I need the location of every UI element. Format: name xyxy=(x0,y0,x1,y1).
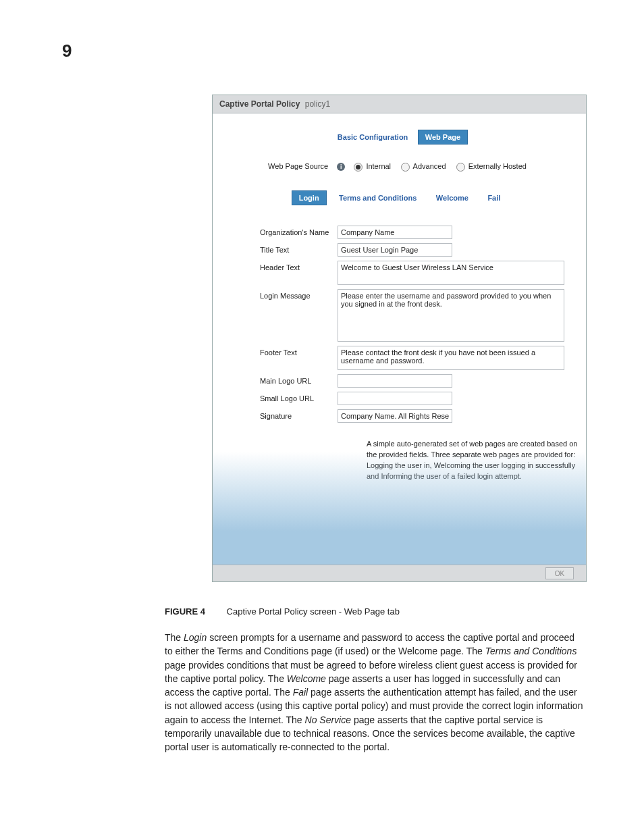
page-number: 9 xyxy=(62,41,72,61)
bottom-bar: OK xyxy=(213,565,586,581)
label-login-message: Login Message xyxy=(260,289,338,300)
label-footer-text: Footer Text xyxy=(260,346,338,357)
source-label: Web Page Source xyxy=(268,162,328,170)
info-icon[interactable]: i xyxy=(337,163,345,171)
para-noservice: No Service xyxy=(305,714,351,725)
tab-web-page[interactable]: Web Page xyxy=(418,130,468,145)
title-bar-label: Captive Portal Policy xyxy=(219,99,300,109)
source-radio-row: Web Page Source i Internal Advanced Exte… xyxy=(213,162,586,172)
para-fail: Fail xyxy=(293,687,308,698)
top-tab-row: Basic Configuration Web Page xyxy=(213,130,586,145)
input-title-text[interactable] xyxy=(338,243,452,257)
para-t1: The xyxy=(165,632,184,643)
para-login: Login xyxy=(184,632,207,643)
form-area: Organization's Name Title Text Header Te… xyxy=(213,226,586,482)
label-signature: Signature xyxy=(260,409,338,420)
subtab-welcome[interactable]: Welcome xyxy=(429,191,475,205)
sub-tab-row: Login Terms and Conditions Welcome Fail xyxy=(213,190,586,205)
figure-label: FIGURE 4 xyxy=(165,606,205,617)
input-org-name[interactable] xyxy=(338,226,452,239)
para-welcome: Welcome xyxy=(287,673,326,684)
label-org-name: Organization's Name xyxy=(260,226,338,236)
radio-internal-label: Internal xyxy=(366,162,391,170)
input-signature[interactable] xyxy=(338,409,452,423)
radio-advanced[interactable]: Advanced xyxy=(401,162,446,172)
radio-dot-icon xyxy=(354,163,363,172)
radio-internal[interactable]: Internal xyxy=(354,162,391,172)
title-bar: Captive Portal Policy policy1 xyxy=(213,95,586,113)
label-small-logo-url: Small Logo URL xyxy=(260,392,338,402)
input-main-logo-url[interactable] xyxy=(338,374,452,388)
body-paragraph: The Login screen prompts for a username … xyxy=(165,631,585,754)
label-title-text: Title Text xyxy=(260,243,338,254)
screenshot-panel: Captive Portal Policy policy1 Basic Conf… xyxy=(212,95,587,582)
description-text: A simple auto-generated set of web pages… xyxy=(260,439,578,482)
radio-dot-icon xyxy=(456,163,465,172)
figure-caption: FIGURE 4 Captive Portal Policy screen - … xyxy=(165,606,400,617)
input-footer-text[interactable]: Please contact the front desk if you hav… xyxy=(338,346,564,370)
radio-dot-icon xyxy=(401,163,410,172)
label-main-logo-url: Main Logo URL xyxy=(260,374,338,385)
para-terms: Terms and Conditions xyxy=(485,646,577,656)
subtab-login[interactable]: Login xyxy=(292,190,327,205)
label-header-text: Header Text xyxy=(260,261,338,271)
subtab-terms[interactable]: Terms and Conditions xyxy=(332,191,423,205)
input-login-message[interactable]: Please enter the username and password p… xyxy=(338,289,564,342)
figure-title: Captive Portal Policy screen - Web Page … xyxy=(227,606,400,617)
input-small-logo-url[interactable] xyxy=(338,392,452,405)
radio-externally-hosted[interactable]: Externally Hosted xyxy=(456,162,527,172)
ok-button[interactable]: OK xyxy=(545,567,574,579)
title-bar-policy: policy1 xyxy=(305,99,330,109)
radio-external-label: Externally Hosted xyxy=(468,162,527,170)
input-header-text[interactable]: Welcome to Guest User Wireless LAN Servi… xyxy=(338,261,564,285)
radio-advanced-label: Advanced xyxy=(413,162,446,170)
tab-basic-configuration[interactable]: Basic Configuration xyxy=(331,130,415,144)
subtab-fail[interactable]: Fail xyxy=(481,191,507,205)
